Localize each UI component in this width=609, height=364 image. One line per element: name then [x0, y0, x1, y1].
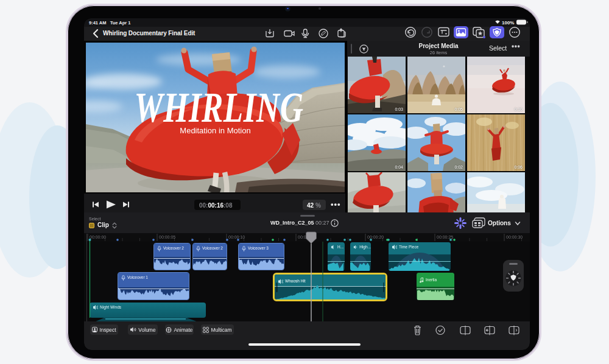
- svg-text:100%: 100%: [502, 20, 514, 26]
